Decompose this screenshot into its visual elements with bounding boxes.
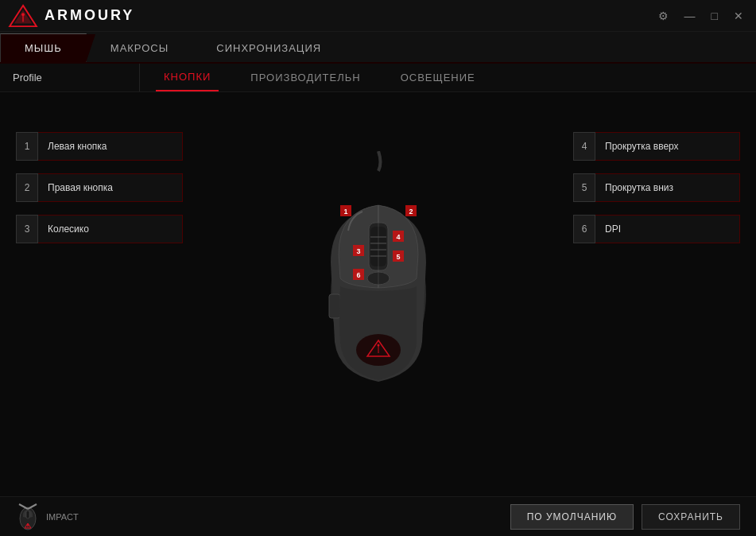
svg-point-3 — [21, 13, 25, 16]
profile-label: Profile — [0, 64, 140, 91]
main-body: 1 Левая кнопка 2 Правая кнопка 3 Колесик… — [0, 92, 756, 496]
tab-mouse[interactable]: МЫШЬ — [0, 33, 87, 62]
device-icon — [16, 503, 40, 531]
btn-scroll-wheel[interactable]: Колесико — [38, 215, 183, 243]
titlebar-controls: ⚙ — □ ✕ — [653, 8, 748, 24]
svg-text:3: 3 — [356, 247, 360, 255]
button-row-2: 2 Правая кнопка — [16, 173, 183, 202]
btn-num-6: 6 — [573, 215, 595, 243]
svg-text:2: 2 — [409, 208, 413, 216]
svg-text:4: 4 — [396, 233, 400, 241]
btn-num-4: 4 — [573, 132, 595, 161]
subtab-performance[interactable]: ПРОИЗВОДИТЕЛЬН — [242, 64, 368, 91]
close-btn[interactable]: ✕ — [729, 8, 748, 24]
save-button[interactable]: СОХРАНИТЬ — [642, 504, 740, 530]
left-button-panel: 1 Левая кнопка 2 Правая кнопка 3 Колесик… — [16, 132, 183, 243]
svg-line-33 — [28, 504, 37, 509]
svg-line-32 — [19, 504, 28, 509]
svg-rect-31 — [26, 511, 29, 519]
button-row-1: 1 Левая кнопка — [16, 132, 183, 161]
btn-num-2: 2 — [16, 173, 38, 202]
btn-right-click[interactable]: Правая кнопка — [38, 173, 183, 202]
button-row-3: 3 Колесико — [16, 215, 183, 243]
btn-scroll-down[interactable]: Прокрутка вниз — [595, 173, 740, 202]
rog-logo — [8, 4, 38, 28]
device-name: IMPACT — [46, 512, 79, 522]
button-row-6: 6 DPI — [573, 215, 740, 243]
footer-right: ПО УМОЛЧАНИЮ СОХРАНИТЬ — [510, 504, 740, 530]
settings-btn[interactable]: ⚙ — [653, 8, 673, 24]
svg-text:1: 1 — [343, 208, 347, 216]
mouse-body: 1 2 3 4 5 — [299, 151, 458, 406]
button-row-4: 4 Прокрутка вверх — [573, 132, 740, 161]
svg-text:6: 6 — [356, 271, 360, 279]
mouse-visualization: 1 2 3 4 5 — [299, 151, 458, 406]
right-button-panel: 4 Прокрутка вверх 5 Прокрутка вниз 6 DPI — [573, 132, 740, 243]
button-row-5: 5 Прокрутка вниз — [573, 173, 740, 202]
svg-point-16 — [377, 344, 379, 347]
main-tabs: МЫШЬ МАКРОСЫ СИНХРОНИЗАЦИЯ — [0, 32, 756, 64]
footer-left: IMPACT — [16, 503, 79, 531]
footer: IMPACT ПО УМОЛЧАНИЮ СОХРАНИТЬ — [0, 496, 756, 536]
maximize-btn[interactable]: □ — [707, 8, 723, 24]
minimize-btn[interactable]: — — [680, 8, 700, 24]
tab-macros[interactable]: МАКРОСЫ — [87, 33, 192, 62]
app-title: ARMOURY — [45, 7, 134, 24]
btn-num-3: 3 — [16, 215, 38, 243]
subtab-buttons[interactable]: КНОПКИ — [156, 64, 219, 91]
btn-num-1: 1 — [16, 132, 38, 161]
subtab-lighting[interactable]: ОСВЕЩЕНИЕ — [393, 64, 483, 91]
btn-scroll-up[interactable]: Прокрутка вверх — [595, 132, 740, 161]
content: Profile КНОПКИ ПРОИЗВОДИТЕЛЬН ОСВЕЩЕНИЕ … — [0, 64, 756, 536]
svg-point-36 — [27, 524, 29, 526]
tab-sync[interactable]: СИНХРОНИЗАЦИЯ — [192, 33, 345, 62]
sub-tabs: КНОПКИ ПРОИЗВОДИТЕЛЬН ОСВЕЩЕНИЕ — [140, 64, 756, 91]
titlebar: ARMOURY ⚙ — □ ✕ — [0, 0, 756, 32]
svg-rect-12 — [329, 294, 340, 318]
btn-num-5: 5 — [573, 173, 595, 202]
default-button[interactable]: ПО УМОЛЧАНИЮ — [510, 504, 634, 530]
subnav: Profile КНОПКИ ПРОИЗВОДИТЕЛЬН ОСВЕЩЕНИЕ — [0, 64, 756, 92]
mouse-svg: 1 2 3 4 5 — [299, 151, 458, 406]
btn-dpi[interactable]: DPI — [595, 215, 740, 243]
btn-left-click[interactable]: Левая кнопка — [38, 132, 183, 161]
svg-text:5: 5 — [396, 253, 400, 261]
